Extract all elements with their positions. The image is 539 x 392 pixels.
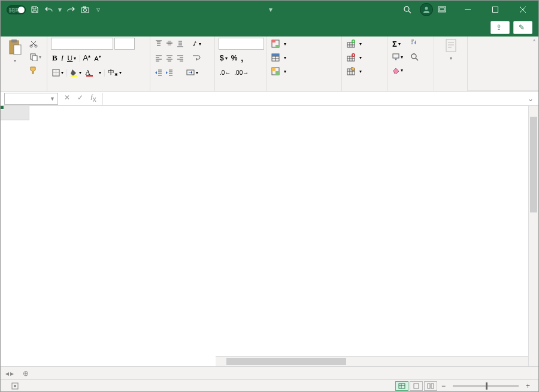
search-icon[interactable] (402, 4, 413, 15)
align-left-button[interactable] (154, 52, 163, 64)
tab-nav-first-icon[interactable]: ◂ (5, 369, 9, 378)
currency-button[interactable]: $▾ (219, 52, 229, 64)
font-size-select[interactable] (114, 38, 135, 50)
font-color-button[interactable]: A▾ (84, 66, 102, 78)
phonetic-button[interactable]: 中✱▾ (107, 66, 123, 78)
autosum-button[interactable]: Σ▾ (391, 38, 404, 50)
shrink-font-button[interactable]: A▾ (93, 52, 102, 64)
percent-button[interactable]: % (230, 52, 239, 64)
zoom-slider[interactable] (453, 385, 519, 387)
decrease-decimal-button[interactable]: .00→ (233, 66, 250, 78)
font-name-select[interactable] (51, 38, 113, 50)
conditional-format-button[interactable]: ▾ (270, 38, 287, 50)
merge-button[interactable]: ▾ (185, 66, 199, 78)
group-number-label (219, 81, 262, 90)
horizontal-scrollbar[interactable] (216, 356, 528, 366)
normal-view-button[interactable] (395, 381, 408, 391)
insert-cells-button[interactable]: ▾ (346, 38, 363, 50)
format-as-table-button[interactable]: ▾ (270, 51, 287, 63)
sort-filter-button[interactable] (409, 38, 421, 50)
select-all-corner[interactable] (1, 106, 29, 120)
macro-record-icon[interactable] (11, 382, 19, 390)
fx-icon[interactable]: fx (88, 93, 99, 104)
tab-nav-last-icon[interactable]: ▸ (10, 369, 14, 378)
share-button[interactable]: ⇪ (490, 21, 510, 34)
confirm-formula-icon[interactable]: ✓ (75, 93, 86, 104)
collapse-ribbon-icon[interactable]: ˄ (532, 39, 536, 47)
comments-button[interactable]: ✎ (513, 21, 532, 34)
svg-rect-10 (14, 45, 21, 54)
align-top-button[interactable] (154, 38, 163, 50)
new-sheet-button[interactable]: ⊕ (19, 369, 33, 378)
delete-cells-button[interactable]: ▾ (346, 51, 363, 63)
name-box[interactable]: ▼ (4, 93, 58, 105)
border-button[interactable]: ▾ (51, 66, 65, 78)
formula-bar: ▼ ✕ ✓ fx ⌄ (1, 92, 538, 106)
svg-rect-25 (272, 68, 275, 71)
increase-decimal-button[interactable]: .0← (219, 66, 232, 78)
svg-rect-40 (431, 384, 434, 388)
svg-point-1 (84, 9, 87, 12)
format-painter-button[interactable] (28, 64, 43, 76)
bold-button[interactable]: B (51, 52, 59, 64)
vertical-scrollbar[interactable] (528, 106, 538, 366)
increase-indent-button[interactable] (165, 66, 174, 78)
camera-icon[interactable] (80, 4, 90, 15)
svg-rect-20 (272, 40, 275, 42)
avatar-icon[interactable] (420, 3, 433, 16)
italic-button[interactable]: I (60, 52, 65, 64)
svg-rect-37 (399, 384, 405, 388)
svg-rect-21 (275, 45, 279, 47)
grow-font-button[interactable]: A▴ (82, 52, 92, 64)
align-middle-button[interactable] (165, 38, 174, 50)
formula-input[interactable] (102, 93, 523, 105)
minimize-button[interactable] (456, 1, 480, 19)
sensitivity-button[interactable]: ▾ (444, 38, 458, 61)
page-layout-view-button[interactable] (410, 381, 423, 391)
ribbon-display-icon[interactable] (437, 4, 447, 15)
group-edit-label (391, 81, 430, 90)
comma-button[interactable]: , (240, 52, 244, 64)
svg-rect-16 (71, 75, 77, 77)
svg-rect-6 (440, 8, 444, 11)
zoom-out-button[interactable]: − (441, 382, 446, 390)
svg-point-3 (404, 7, 409, 11)
fill-button[interactable]: ▾ (391, 51, 404, 63)
find-select-button[interactable] (409, 51, 421, 63)
paste-button[interactable]: ▾ (4, 38, 26, 63)
align-center-button[interactable] (165, 52, 174, 64)
cut-button[interactable] (28, 38, 43, 50)
underline-button[interactable]: U▾ (66, 52, 77, 64)
svg-rect-2 (83, 7, 86, 8)
align-bottom-button[interactable] (175, 38, 185, 50)
worksheet-grid[interactable] (1, 106, 538, 366)
redo-icon[interactable] (65, 4, 76, 15)
save-icon[interactable] (29, 4, 40, 15)
ribbon: ▾ ▾ B I U▾ | A▴ A▾ ▾ (1, 37, 538, 92)
svg-rect-14 (32, 56, 37, 61)
group-clipboard-label (4, 81, 43, 90)
cancel-formula-icon[interactable]: ✕ (62, 93, 72, 104)
clear-button[interactable]: ▾ (391, 64, 404, 76)
cell-styles-button[interactable]: ▾ (270, 65, 287, 77)
toggle-switch-off[interactable]: 關閉 (7, 5, 26, 14)
align-right-button[interactable] (175, 52, 185, 64)
svg-point-33 (411, 54, 416, 59)
wrap-text-button[interactable] (191, 52, 202, 64)
fill-color-button[interactable]: ▾ (69, 66, 83, 78)
copy-button[interactable]: ▾ (28, 51, 43, 63)
autosave-toggle[interactable]: 關閉 (4, 5, 26, 14)
svg-rect-34 (446, 39, 456, 51)
svg-rect-26 (275, 71, 279, 75)
page-break-view-button[interactable] (424, 381, 437, 391)
svg-rect-7 (493, 7, 498, 13)
close-button[interactable] (511, 1, 535, 19)
format-cells-button[interactable]: ▾ (346, 65, 363, 77)
orientation-button[interactable]: ⤢▾ (191, 38, 202, 50)
undo-icon[interactable] (44, 4, 54, 15)
expand-formula-icon[interactable]: ⌄ (523, 95, 538, 103)
decrease-indent-button[interactable] (154, 66, 163, 78)
number-format-select[interactable] (219, 38, 264, 50)
maximize-button[interactable] (483, 1, 507, 19)
zoom-in-button[interactable]: + (526, 382, 530, 390)
